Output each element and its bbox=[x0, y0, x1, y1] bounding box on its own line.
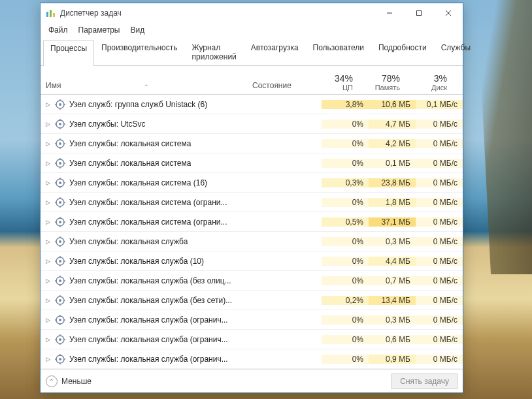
expand-icon[interactable]: ▷ bbox=[44, 336, 51, 343]
expand-icon[interactable]: ▷ bbox=[44, 180, 51, 186]
gear-icon bbox=[55, 315, 65, 325]
expand-icon[interactable]: ▷ bbox=[44, 238, 51, 245]
gear-icon bbox=[55, 236, 65, 247]
column-header-disk[interactable]: 3% Диск bbox=[405, 72, 452, 94]
tab-users[interactable]: Пользователи bbox=[306, 40, 371, 65]
tab-services[interactable]: Службы bbox=[434, 40, 478, 65]
svg-point-26 bbox=[59, 162, 61, 165]
close-button[interactable] bbox=[433, 3, 463, 23]
table-row[interactable]: ▷Узел служб: группа служб Unistack (6)3,… bbox=[41, 95, 463, 114]
titlebar[interactable]: Диспетчер задач bbox=[41, 3, 463, 23]
expand-icon[interactable]: ▷ bbox=[44, 121, 51, 127]
tab-startup[interactable]: Автозагрузка bbox=[244, 40, 306, 65]
footer: ⌃ Меньше Снять задачу bbox=[41, 369, 463, 392]
fewer-details-button[interactable]: ⌃ Меньше bbox=[46, 375, 91, 387]
tab-apphistory[interactable]: Журнал приложений bbox=[185, 40, 244, 65]
expand-icon[interactable]: ▷ bbox=[44, 219, 51, 225]
maximize-button[interactable] bbox=[404, 3, 433, 23]
svg-point-56 bbox=[59, 260, 61, 263]
svg-point-74 bbox=[59, 319, 61, 321]
expand-icon[interactable]: ▷ bbox=[44, 317, 51, 323]
menu-file[interactable]: Файл bbox=[43, 24, 73, 36]
process-mem: 10,6 МБ bbox=[369, 100, 416, 109]
table-row[interactable]: ▷Узел службы: локальная служба (10)0%4,4… bbox=[41, 251, 463, 271]
disk-label: Диск bbox=[405, 84, 447, 91]
gear-icon bbox=[55, 354, 65, 364]
menubar: Файл Параметры Вид bbox=[41, 23, 463, 37]
process-disk: 0 МБ/с bbox=[416, 355, 463, 364]
process-mem: 0,6 МБ bbox=[369, 335, 416, 344]
process-name: Узел службы: UtcSvc bbox=[69, 120, 145, 129]
column-header-state[interactable]: Состояние bbox=[252, 81, 311, 94]
column-header-name[interactable]: ⌃ Имя bbox=[41, 81, 252, 94]
process-name: Узел служб: группа служб Unistack (6) bbox=[69, 100, 207, 109]
table-row[interactable]: ▷Узел службы: локальная служба0%0,3 МБ0 … bbox=[41, 232, 463, 251]
svg-point-68 bbox=[59, 299, 61, 302]
table-row[interactable]: ▷Узел службы: локальная система (ограни.… bbox=[41, 193, 463, 212]
expand-icon[interactable]: ▷ bbox=[44, 258, 51, 264]
gear-icon bbox=[55, 119, 65, 129]
process-disk: 0 МБ/с bbox=[416, 159, 463, 168]
table-row[interactable]: ▷Узел службы: локальная служба (без сети… bbox=[41, 291, 463, 310]
table-row[interactable]: ▷Узел службы: локальная система0%4,2 МБ0… bbox=[41, 134, 463, 153]
table-row[interactable]: ▷Узел службы: локальная служба (огранич.… bbox=[41, 330, 463, 349]
process-mem: 0,3 МБ bbox=[369, 237, 416, 246]
table-row[interactable]: ▷Узел службы: UtcSvc0%4,7 МБ0 МБ/с bbox=[41, 114, 463, 134]
process-name: Узел службы: локальная система (ограни..… bbox=[69, 217, 227, 227]
gear-icon bbox=[55, 178, 65, 188]
process-cpu: 0% bbox=[322, 335, 369, 344]
minimize-button[interactable] bbox=[374, 3, 404, 23]
sort-caret-icon: ⌃ bbox=[144, 84, 149, 90]
fewer-details-label: Меньше bbox=[61, 377, 91, 386]
svg-rect-0 bbox=[46, 12, 48, 17]
process-name: Узел службы: локальная система (ограни..… bbox=[69, 198, 227, 207]
process-name: Узел службы: локальная служба (огранич..… bbox=[69, 315, 228, 325]
process-cpu: 3,8% bbox=[322, 100, 369, 109]
svg-point-32 bbox=[59, 182, 61, 184]
process-list[interactable]: ▷Узел служб: группа служб Unistack (6)3,… bbox=[41, 95, 463, 369]
process-cpu: 0% bbox=[322, 355, 369, 364]
column-headers: ⌃ Имя Состояние 34% ЦП 78% Память 3% Дис… bbox=[41, 66, 463, 95]
app-icon bbox=[46, 8, 56, 18]
table-row[interactable]: ▷Узел службы: локальная система (16)0,3%… bbox=[41, 173, 463, 193]
process-cpu: 0% bbox=[322, 198, 369, 207]
table-row[interactable]: ▷Узел службы: локальная служба (огранич.… bbox=[41, 310, 463, 330]
menu-options[interactable]: Параметры bbox=[73, 24, 125, 36]
gear-icon bbox=[55, 276, 65, 286]
chevron-up-icon: ⌃ bbox=[46, 375, 58, 387]
expand-icon[interactable]: ▷ bbox=[44, 140, 51, 147]
gear-icon bbox=[55, 334, 65, 345]
end-task-button[interactable]: Снять задачу bbox=[391, 374, 457, 389]
gear-icon bbox=[55, 256, 65, 266]
process-disk: 0 МБ/с bbox=[416, 237, 463, 246]
process-cpu: 0,5% bbox=[322, 217, 369, 227]
process-disk: 0,1 МБ/с bbox=[416, 100, 463, 109]
svg-rect-4 bbox=[416, 11, 421, 16]
expand-icon[interactable]: ▷ bbox=[44, 101, 51, 108]
expand-icon[interactable]: ▷ bbox=[44, 356, 51, 362]
cpu-label: ЦП bbox=[311, 84, 353, 91]
expand-icon[interactable]: ▷ bbox=[44, 297, 51, 304]
process-disk: 0 МБ/с bbox=[416, 276, 463, 285]
tab-processes[interactable]: Процессы bbox=[43, 40, 94, 66]
expand-icon[interactable]: ▷ bbox=[44, 160, 51, 167]
process-disk: 0 МБ/с bbox=[416, 296, 463, 305]
expand-icon[interactable]: ▷ bbox=[44, 278, 51, 284]
table-row[interactable]: ▷Узел службы: локальная система0%0,1 МБ0… bbox=[41, 153, 463, 173]
expand-icon[interactable]: ▷ bbox=[44, 199, 51, 206]
table-row[interactable]: ▷Узел службы: локальная служба (без олиц… bbox=[41, 271, 463, 291]
tab-details[interactable]: Подробности bbox=[371, 40, 434, 65]
gear-icon bbox=[55, 197, 65, 208]
process-name: Узел службы: локальная служба (без сети)… bbox=[69, 296, 232, 305]
process-name: Узел службы: локальная служба (10) bbox=[69, 257, 204, 266]
column-header-memory[interactable]: 78% Память bbox=[358, 72, 405, 94]
menu-view[interactable]: Вид bbox=[125, 24, 150, 36]
table-row[interactable]: ▷Узел службы: локальная служба (огранич.… bbox=[41, 349, 463, 369]
memory-label: Память bbox=[358, 84, 400, 91]
process-mem: 23,8 МБ bbox=[369, 178, 416, 187]
column-header-cpu[interactable]: 34% ЦП bbox=[311, 72, 358, 94]
table-row[interactable]: ▷Узел службы: локальная система (ограни.… bbox=[41, 212, 463, 232]
cpu-usage-pct: 34% bbox=[311, 73, 353, 84]
tab-performance[interactable]: Производительность bbox=[94, 40, 184, 65]
process-disk: 0 МБ/с bbox=[416, 198, 463, 207]
